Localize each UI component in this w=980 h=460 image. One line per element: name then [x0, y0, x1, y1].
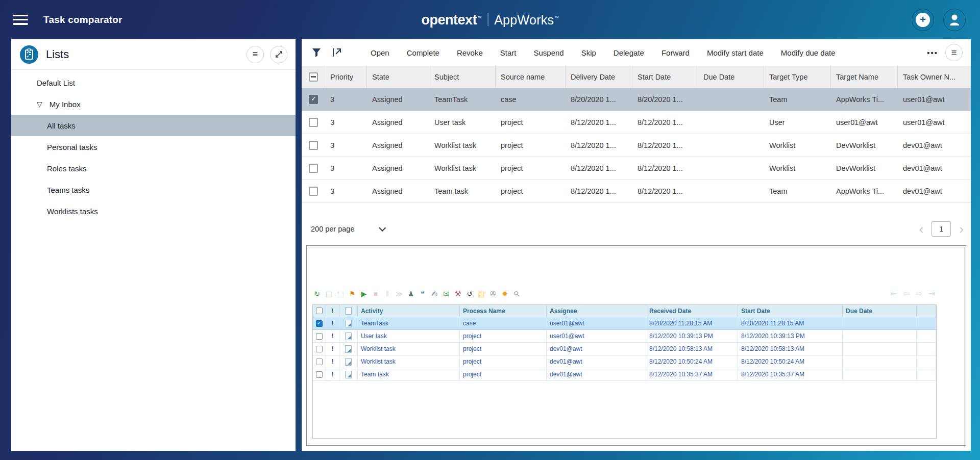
column-header[interactable]: Delivery Date [566, 66, 632, 88]
table-row[interactable]: 3 Assigned TeamTask case 8/20/2020 1... … [302, 88, 971, 111]
open-task-icon[interactable] [339, 355, 358, 368]
legacy-column-header[interactable]: Process Name [460, 305, 547, 317]
sidebar-item[interactable]: Personal tasks [11, 136, 296, 158]
legacy-column-header[interactable]: Due Date [843, 305, 917, 317]
forward-message-icon[interactable]: ✉ [442, 289, 451, 298]
sidebar-item[interactable]: Teams tasks [11, 179, 296, 200]
open-task-icon[interactable] [339, 343, 358, 355]
list-options-icon[interactable] [247, 46, 264, 63]
first-page-icon[interactable]: ⇤ [889, 289, 898, 298]
collapse-icon[interactable] [37, 100, 42, 108]
row-checkbox[interactable] [309, 164, 318, 173]
resume-icon[interactable]: ▶ [359, 289, 369, 298]
legacy-row-checkbox[interactable] [316, 320, 323, 327]
legacy-select-all-checkbox[interactable] [316, 308, 323, 314]
legacy-row-checkbox[interactable] [316, 359, 323, 365]
legacy-table-row[interactable]: ! User task project user01@awt 8/12/2020… [313, 330, 936, 343]
expand-panel-icon[interactable] [270, 46, 287, 63]
legacy-row-checkbox[interactable] [316, 333, 323, 340]
cell-process: project [460, 343, 547, 355]
sidebar-item[interactable]: Default List [11, 72, 296, 93]
legacy-row-checkbox[interactable] [316, 346, 323, 352]
filter-icon[interactable] [312, 48, 321, 57]
column-header[interactable]: Start Date [632, 66, 698, 88]
column-header[interactable]: Due Date [698, 66, 764, 88]
column-header[interactable]: State [367, 66, 429, 88]
audit-icon[interactable]: ⚲ [510, 287, 523, 300]
column-header[interactable]: Subject [429, 66, 496, 88]
notes-icon[interactable]: ▤ [477, 289, 486, 298]
action-button[interactable]: Modify start date [707, 48, 764, 57]
action-button[interactable]: Delegate [614, 48, 644, 57]
table-row[interactable]: 3 Assigned Worklist task project 8/12/20… [302, 157, 971, 180]
legacy-column-header[interactable]: Activity [358, 305, 460, 317]
table-row[interactable]: 3 Assigned Team task project 8/12/2020 1… [302, 180, 971, 203]
sidebar-item[interactable]: All tasks [11, 115, 296, 136]
comment-icon[interactable]: ❝ [418, 289, 427, 298]
add-button[interactable]: + [912, 9, 934, 31]
action-button[interactable]: Skip [581, 48, 596, 57]
page-size-select[interactable]: 200 per page [311, 225, 384, 233]
row-checkbox[interactable] [309, 187, 318, 196]
document-column-icon[interactable] [339, 305, 358, 317]
row-checkbox[interactable] [309, 95, 318, 104]
action-button[interactable]: Forward [662, 48, 690, 57]
current-page-box[interactable]: 1 [932, 221, 951, 237]
alarm-icon[interactable]: ✸ [500, 289, 509, 298]
more-actions-icon[interactable]: ••• [927, 48, 938, 57]
app-menu-icon[interactable] [13, 15, 28, 25]
column-header[interactable]: Priority [325, 66, 367, 88]
column-header[interactable]: Task Owner N... [898, 66, 971, 88]
legacy-column-header[interactable] [917, 305, 936, 317]
legacy-table-row[interactable]: ! TeamTask case user01@awt 8/20/2020 11:… [313, 317, 936, 330]
column-header[interactable]: Source name [496, 66, 566, 88]
action-button[interactable]: Revoke [457, 48, 483, 57]
sidebar-item[interactable]: Worklists tasks [11, 200, 296, 222]
select-all-checkbox[interactable] [309, 72, 318, 82]
open-icon[interactable]: ▤ [336, 289, 345, 298]
user-avatar-button[interactable] [943, 9, 966, 31]
accept-icon[interactable]: ▤ [324, 289, 333, 298]
legacy-table-row[interactable]: ! Worklist task project dev01@awt 8/12/2… [313, 355, 936, 368]
action-button[interactable]: Suspend [533, 48, 564, 57]
stop-icon[interactable]: ■ [371, 289, 380, 298]
attachment-icon[interactable]: ✇ [488, 289, 498, 298]
pause-icon[interactable]: ‖ [383, 289, 392, 298]
table-row[interactable]: 3 Assigned User task project 8/12/2020 1… [302, 111, 971, 134]
action-button[interactable]: Complete [407, 48, 439, 57]
sidebar-item[interactable]: Roles tasks [11, 158, 296, 179]
prev-page-icon[interactable]: ⇦ [902, 289, 911, 298]
open-task-icon[interactable] [339, 317, 358, 329]
delegate-icon[interactable]: ♟ [406, 289, 415, 298]
table-row[interactable]: 3 Assigned Worklist task project 8/12/20… [302, 134, 971, 157]
action-button[interactable]: Start [500, 48, 517, 57]
column-header[interactable]: Target Name [831, 66, 898, 88]
next-page-icon[interactable]: › [959, 222, 964, 236]
history-icon[interactable]: ↺ [465, 289, 474, 298]
open-task-icon[interactable] [339, 368, 358, 380]
assign-icon[interactable]: ✍ [430, 289, 439, 298]
export-icon[interactable] [332, 48, 342, 57]
row-checkbox[interactable] [309, 141, 318, 150]
sidebar-item[interactable]: My Inbox [11, 93, 296, 115]
legacy-table-row[interactable]: ! Worklist task project dev01@awt 8/12/2… [313, 343, 936, 355]
column-header[interactable]: Target Type [764, 66, 831, 88]
legacy-column-header[interactable]: Assignee [547, 305, 646, 317]
legacy-table-row[interactable]: ! Team task project dev01@awt 8/12/2020 … [313, 368, 936, 381]
prev-page-icon[interactable]: ‹ [919, 222, 924, 236]
legacy-row-checkbox[interactable] [316, 371, 323, 378]
claim-icon[interactable]: ⚑ [348, 289, 357, 298]
grid-menu-icon[interactable] [945, 44, 963, 61]
last-page-icon[interactable]: ⇥ [927, 289, 937, 298]
action-button[interactable]: Modify due date [781, 48, 836, 57]
tools-icon[interactable]: ⚒ [453, 289, 462, 298]
next-page-icon[interactable]: ⇨ [915, 289, 924, 298]
legacy-column-header[interactable]: Start Date [738, 305, 843, 317]
skip-icon[interactable]: ≫ [395, 289, 404, 298]
refresh-icon[interactable]: ↻ [312, 289, 322, 298]
priority-column-icon[interactable]: ! [326, 305, 339, 317]
open-task-icon[interactable] [339, 330, 358, 342]
action-button[interactable]: Open [371, 48, 389, 57]
legacy-column-header[interactable]: Received Date [646, 305, 738, 317]
row-checkbox[interactable] [309, 118, 318, 127]
